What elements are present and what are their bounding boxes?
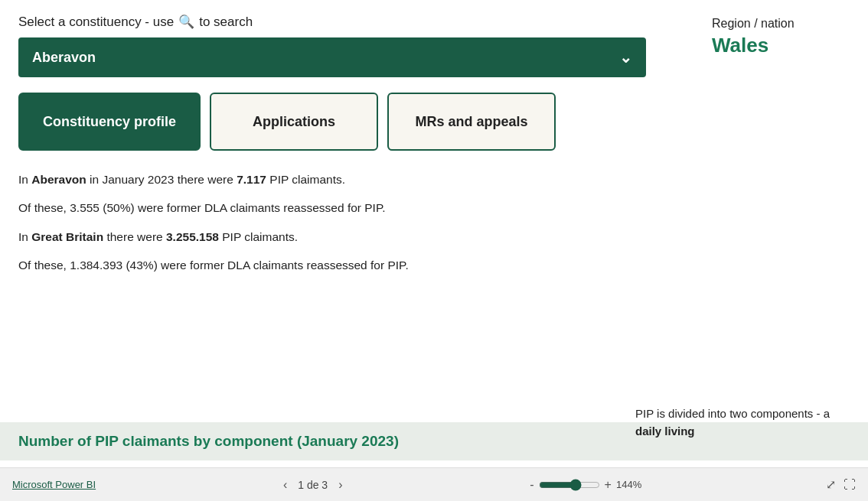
zoom-value: 144% <box>616 479 641 490</box>
stat1-middle: in January 2023 there were <box>86 173 237 186</box>
zoom-slider[interactable] <box>539 479 600 491</box>
left-header: Select a constituency - use 🔍 to search … <box>18 14 697 77</box>
stat2-text: Of these, 3.555 (50%) were former DLA cl… <box>18 201 386 214</box>
zoom-area: - + 144% <box>530 478 641 492</box>
region-section: Region / nation Wales <box>697 14 850 57</box>
zoom-plus-button[interactable]: + <box>605 478 612 492</box>
constituency-value: Aberavon <box>32 50 96 66</box>
tab-constituency-profile[interactable]: Constituency profile <box>18 93 201 151</box>
bottom-right-icons: ⤢ ⛶ <box>826 477 856 492</box>
region-label: Region / nation <box>712 17 850 31</box>
stat3-paragraph: In Great Britain there were 3.255.158 PI… <box>18 228 850 246</box>
external-link-icon[interactable]: ⤢ <box>826 477 836 492</box>
stat3-middle: there were <box>103 230 166 243</box>
pagination-area: ‹ 1 de 3 › <box>280 477 346 493</box>
stat2-paragraph: Of these, 3.555 (50%) were former DLA cl… <box>18 199 850 216</box>
stat1-suffix: PIP claimants. <box>266 173 345 186</box>
tab-mrs-appeals[interactable]: MRs and appeals <box>387 93 556 151</box>
pip-info: PIP is divided into two components - a d… <box>635 405 850 440</box>
tab-applications-label: Applications <box>253 114 335 130</box>
tabs-area: Constituency profile Applications MRs an… <box>0 85 868 158</box>
constituency-dropdown[interactable]: Aberavon ⌄ <box>18 37 646 77</box>
region-value: Wales <box>712 34 850 57</box>
stat4-paragraph: Of these, 1.384.393 (43%) were former DL… <box>18 256 850 274</box>
stat3-prefix: In <box>18 230 31 243</box>
stat3-place: Great Britain <box>31 230 103 243</box>
pip-info-text: PIP is divided into two components - a d… <box>635 407 830 438</box>
fullscreen-icon[interactable]: ⛶ <box>844 478 856 492</box>
tab-mrs-appeals-label: MRs and appeals <box>415 114 527 130</box>
tab-applications[interactable]: Applications <box>210 93 378 151</box>
content-area: In Aberavon in January 2023 there were 7… <box>0 158 868 422</box>
stat1-prefix: In <box>18 173 31 186</box>
tab-constituency-profile-label: Constituency profile <box>43 114 176 130</box>
pip-info-bold: daily living <box>635 425 695 438</box>
select-label-text: Select a constituency - use <box>18 15 174 30</box>
select-label-suffix: to search <box>199 15 253 30</box>
select-label: Select a constituency - use 🔍 to search <box>18 14 697 30</box>
page-indicator: 1 de 3 <box>298 479 328 491</box>
stat3-value: 3.255.158 <box>166 230 219 243</box>
stat1-value: 7.117 <box>237 173 266 186</box>
stat1-place: Aberavon <box>31 173 86 186</box>
stat4-text: Of these, 1.384.393 (43%) were former DL… <box>18 259 409 272</box>
dropdown-chevron-icon: ⌄ <box>619 48 632 67</box>
main-container: Select a constituency - use 🔍 to search … <box>0 0 868 501</box>
stat3-suffix: PIP claimants. <box>219 230 298 243</box>
search-icon: 🔍 <box>178 14 194 30</box>
page-next-button[interactable]: › <box>335 477 345 493</box>
page-prev-button[interactable]: ‹ <box>280 477 290 493</box>
zoom-minus-button[interactable]: - <box>530 478 534 492</box>
header-area: Select a constituency - use 🔍 to search … <box>0 0 868 85</box>
bottom-bar: Microsoft Power BI ‹ 1 de 3 › - + 144% ⤢… <box>0 467 868 501</box>
stat1-paragraph: In Aberavon in January 2023 there were 7… <box>18 171 850 188</box>
powerbi-link[interactable]: Microsoft Power BI <box>12 479 96 490</box>
